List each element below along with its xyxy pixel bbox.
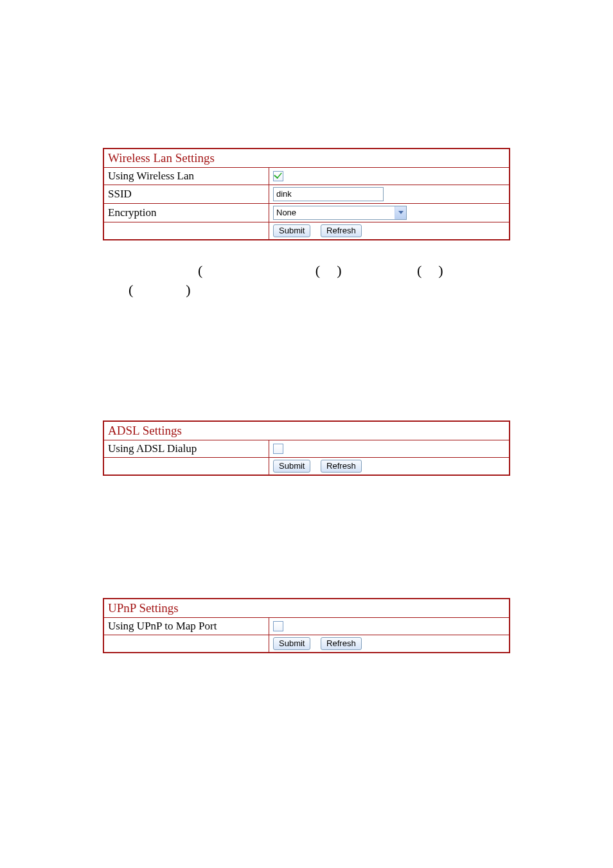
- using-upnp-checkbox[interactable]: [273, 621, 283, 631]
- encryption-select-value: None: [274, 206, 395, 219]
- empty-cell: [103, 635, 269, 653]
- upnp-refresh-button[interactable]: Refresh: [321, 637, 362, 650]
- using-wireless-lan-label: Using Wireless Lan: [103, 168, 269, 185]
- chevron-down-icon: [395, 206, 406, 219]
- wireless-section-title: Wireless Lan Settings: [103, 149, 510, 168]
- upnp-settings-table: UPnP Settings Using UPnP to Map Port Sub…: [103, 598, 510, 653]
- upnp-submit-button[interactable]: Submit: [273, 637, 310, 650]
- using-adsl-dialup-checkbox[interactable]: [273, 444, 283, 454]
- using-upnp-label: Using UPnP to Map Port: [103, 618, 269, 635]
- wireless-refresh-button[interactable]: Refresh: [321, 224, 362, 237]
- upnp-section-title: UPnP Settings: [103, 599, 510, 618]
- empty-cell: [103, 458, 269, 476]
- using-wireless-lan-checkbox[interactable]: [273, 171, 283, 181]
- adsl-refresh-button[interactable]: Refresh: [321, 460, 362, 473]
- wireless-submit-button[interactable]: Submit: [273, 224, 310, 237]
- wireless-lan-settings-table: Wireless Lan Settings Using Wireless Lan…: [103, 148, 510, 240]
- paren-row-1: ( () (): [96, 262, 517, 279]
- adsl-section-title: ADSL Settings: [103, 421, 510, 440]
- ssid-input[interactable]: dink: [273, 187, 384, 201]
- using-adsl-dialup-label: Using ADSL Dialup: [103, 440, 269, 458]
- adsl-settings-table: ADSL Settings Using ADSL Dialup Submit R…: [103, 420, 510, 476]
- adsl-submit-button[interactable]: Submit: [273, 460, 310, 473]
- encryption-select[interactable]: None: [273, 206, 407, 220]
- empty-cell: [103, 222, 269, 240]
- ssid-label: SSID: [103, 185, 269, 204]
- encryption-label: Encryption: [103, 204, 269, 222]
- paren-row-2: (): [96, 282, 517, 298]
